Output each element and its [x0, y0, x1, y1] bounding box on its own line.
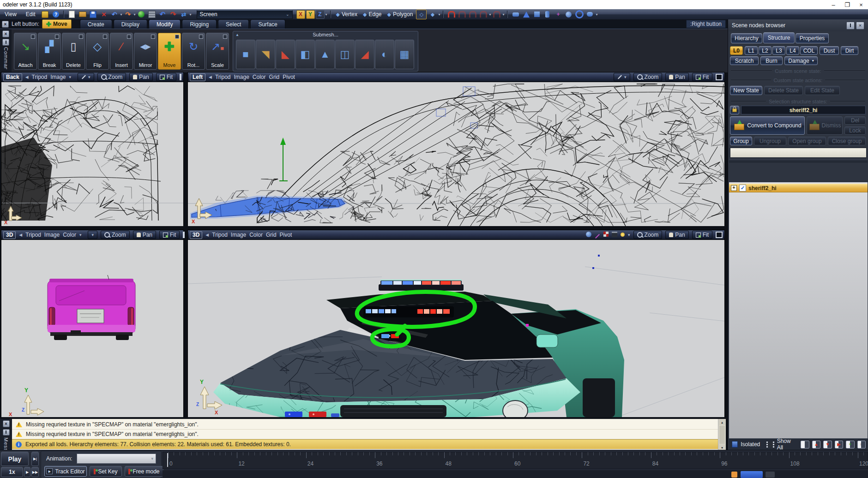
- viewport-back-name[interactable]: Back: [3, 73, 22, 81]
- viewport-3d-small-menu-image[interactable]: Image: [44, 232, 60, 238]
- free-mode-button[interactable]: Free mode: [125, 466, 163, 477]
- messages-pin-icon[interactable]: [3, 429, 10, 436]
- viewport-back-more-icon[interactable]: ▾: [69, 75, 72, 79]
- mode-overflow-icon[interactable]: ▾: [438, 12, 440, 17]
- show-all-button[interactable]: Show All: [777, 438, 796, 451]
- open-group-button[interactable]: Open group: [788, 137, 826, 145]
- animation-combo[interactable]: ▾: [77, 454, 156, 464]
- lod-l0-button[interactable]: L0: [730, 46, 743, 55]
- log-row-1[interactable]: Missing requried texture in "SPECMAP" on…: [12, 420, 718, 430]
- taskbar-blue-icon[interactable]: [741, 471, 763, 478]
- import-dropdown-icon[interactable]: ▾: [120, 12, 122, 17]
- viewport-3d-small-collapse-icon[interactable]: ◀: [19, 233, 22, 237]
- playhead[interactable]: [167, 453, 168, 467]
- tool-scale[interactable]: ↗■Scale: [206, 33, 229, 70]
- tab-display[interactable]: Display: [114, 19, 147, 29]
- panel-layout-icon-4[interactable]: ▶: [835, 441, 843, 448]
- viewport-left-pan-button[interactable]: Pan: [665, 73, 688, 81]
- commands-close-icon[interactable]: ×: [2, 30, 9, 37]
- axis-overflow-icon[interactable]: ▾: [326, 12, 327, 17]
- viewport-3d-main-zoom-button[interactable]: Zoom: [633, 231, 663, 239]
- viewport-3d-small-zoom-button[interactable]: Zoom: [101, 231, 130, 239]
- shortcuts-icon[interactable]: [40, 10, 50, 19]
- convert-to-compound-button[interactable]: Convert to Compound: [730, 116, 805, 135]
- node-lock-icon[interactable]: [730, 106, 739, 114]
- tool-flip[interactable]: ◇Flip: [86, 33, 109, 70]
- lod-l1-button[interactable]: L1: [745, 46, 758, 55]
- viewport-3d-small-menu-color[interactable]: Color: [63, 232, 76, 238]
- primitive-cylinder-icon[interactable]: [542, 10, 552, 19]
- node-filter-field[interactable]: [730, 148, 867, 158]
- new-state-button[interactable]: New State: [730, 86, 762, 95]
- viewport-3d-small-more-icon[interactable]: ▾: [79, 233, 82, 237]
- axis-y-button[interactable]: Y: [306, 10, 315, 19]
- animation-clapper-icon[interactable]: [612, 232, 617, 239]
- state-scratch-button[interactable]: Scratch: [730, 56, 759, 65]
- primitive-cube-icon[interactable]: [532, 10, 542, 19]
- panel-layout-icon-2[interactable]: ▲: [812, 441, 820, 448]
- viewport-back-zoom-button[interactable]: Zoom: [97, 73, 127, 81]
- submesh-detach-icon[interactable]: ◣: [276, 40, 295, 69]
- submesh-shape-icon[interactable]: ■: [236, 40, 255, 69]
- viewport-3d-main-menu-tripod[interactable]: Tripod: [212, 232, 228, 238]
- panel-pin-icon[interactable]: [846, 22, 855, 30]
- expand-icon[interactable]: +: [731, 185, 737, 191]
- dismiss-button[interactable]: Dismiss: [807, 116, 843, 135]
- tree-splitter[interactable]: [729, 160, 868, 163]
- view-options-dropdown-icon[interactable]: ▾: [628, 233, 630, 237]
- render-icon[interactable]: [137, 10, 146, 19]
- viewport-3d-main-canvas[interactable]: Y Z X: [188, 240, 724, 417]
- ungroup-button[interactable]: Ungroup: [754, 137, 786, 145]
- select-mode-alt-icon[interactable]: ◆: [428, 10, 437, 19]
- snap-overflow-icon[interactable]: ▾: [502, 12, 504, 17]
- viewport-left-canvas[interactable]: X: [188, 82, 724, 226]
- lod-l3-button[interactable]: L3: [772, 46, 785, 55]
- viewport-back-menu-tripod[interactable]: Tripod: [32, 74, 48, 80]
- fast-forward-button[interactable]: ▶▶: [31, 467, 39, 477]
- viewport-left-menu-pivot[interactable]: Pivot: [283, 74, 295, 80]
- viewport-back-pan-button[interactable]: Pan: [129, 73, 152, 81]
- viewport-back-menu-image[interactable]: Image: [50, 74, 66, 80]
- submesh-brush-icon[interactable]: ◥: [256, 40, 275, 69]
- timeline-ruler[interactable]: 01224364860728496108120: [163, 452, 868, 469]
- tab-structure[interactable]: Structure: [763, 32, 795, 43]
- viewport-back-maximize-icon[interactable]: [180, 74, 181, 80]
- screen-mode-combo[interactable]: Screen ⌄: [197, 10, 293, 19]
- export-icon[interactable]: ↷: [123, 10, 133, 19]
- vertex-mode-button[interactable]: ◆Vertex: [333, 10, 361, 19]
- primitive-cone-icon[interactable]: [521, 10, 531, 19]
- viewport-left-menu-color[interactable]: Color: [253, 74, 266, 80]
- viewport-3d-small-fit-button[interactable]: Fit: [159, 231, 180, 239]
- viewport-3d-small-menu-tripod[interactable]: Tripod: [25, 232, 41, 238]
- polygon-mode-button[interactable]: ◆Polygon: [385, 10, 416, 19]
- messages-scrollbar[interactable]: ▴ ▾: [718, 419, 726, 451]
- shaded-view-icon[interactable]: [586, 232, 591, 239]
- viewport-left-menu-image[interactable]: Image: [234, 74, 249, 80]
- edge-mode-button[interactable]: ◆Edge: [360, 10, 385, 19]
- primitive-plane-icon[interactable]: [511, 10, 520, 19]
- restore-button[interactable]: ❐: [840, 1, 854, 8]
- viewport-3d-main-maximize-icon[interactable]: [716, 232, 723, 238]
- taskbar-gray-icon[interactable]: [766, 472, 775, 478]
- close-button[interactable]: ×: [854, 1, 868, 8]
- refresh-icon[interactable]: ⇄: [179, 10, 189, 19]
- toolbar-overflow-icon[interactable]: ▾: [190, 12, 192, 17]
- state-burn-button[interactable]: Burn: [760, 56, 783, 65]
- open-file-icon[interactable]: [78, 10, 87, 19]
- submesh-cut-icon[interactable]: ◫: [335, 40, 355, 69]
- viewport-back-collapse-icon[interactable]: ◀: [25, 75, 29, 79]
- viewport-3d-main-menu-grid[interactable]: Grid: [266, 232, 277, 238]
- viewport-3d-main-menu-pivot[interactable]: Pivot: [280, 232, 292, 238]
- snap-face-icon[interactable]: [468, 10, 477, 19]
- primitive-torus-icon[interactable]: [574, 10, 584, 19]
- viewport-back-canvas[interactable]: X: [1, 82, 183, 226]
- set-key-button[interactable]: Set Key: [90, 466, 122, 477]
- panel-close-icon[interactable]: ×: [856, 22, 864, 30]
- lod-col-button[interactable]: COL: [800, 46, 818, 55]
- primitive-helper-icon[interactable]: +: [553, 10, 563, 19]
- tab-hierarchy[interactable]: Hierarchy: [731, 33, 762, 43]
- snap-vertex-icon[interactable]: [446, 10, 456, 19]
- lod-l4-button[interactable]: L4: [786, 46, 799, 55]
- primitive-sphere-icon[interactable]: [564, 10, 573, 19]
- minimize-button[interactable]: –: [826, 1, 840, 8]
